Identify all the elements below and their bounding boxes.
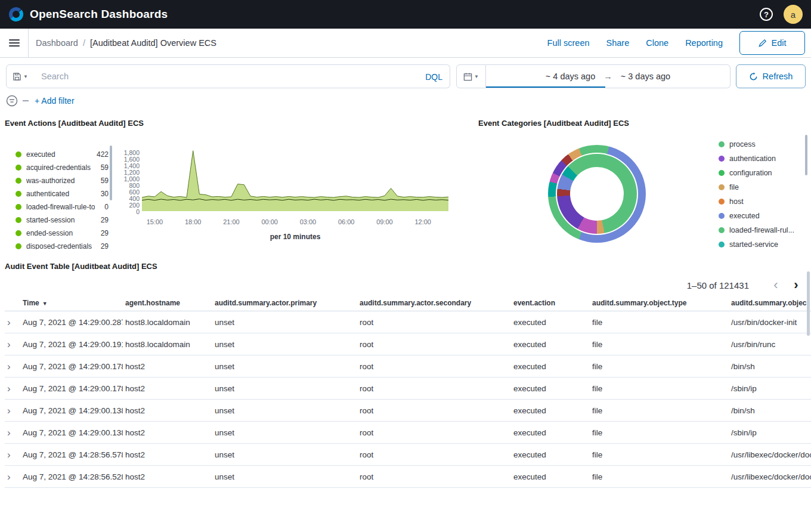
legend-item[interactable]: loaded-firewall-rule-to 0 [16,200,109,214]
expand-row-icon[interactable]: › [7,317,11,327]
event-categories-donut[interactable] [548,145,646,243]
refresh-button[interactable]: Refresh [736,64,806,88]
table-row[interactable]: ›Aug 7, 2021 @ 14:28:56.578host2unsetroo… [5,444,811,466]
filter-icon[interactable] [6,95,18,107]
table-row[interactable]: ›Aug 7, 2021 @ 14:29:00.191host8.localdo… [5,333,811,355]
legend-item[interactable]: started-service [719,237,808,252]
legend-dot-icon [719,227,725,233]
column-header[interactable]: auditd.summary.objec [729,295,811,311]
filter-divider [23,100,29,101]
table-cell: file [590,333,729,355]
table-cell: Aug 7, 2021 @ 14:29:00.178 [20,355,123,378]
legend-scrollbar[interactable] [110,146,112,200]
legend-item[interactable]: host [719,194,808,209]
legend-dot-icon [719,184,725,190]
table-cell: file [590,378,729,400]
legend-item[interactable]: authentication [719,151,808,166]
column-header[interactable]: agent.hostname [123,295,212,311]
legend-item[interactable]: started-session 29 [16,214,109,227]
legend-item[interactable]: process [719,137,808,151]
legend-item[interactable]: file [719,180,808,194]
table-cell: /usr/bin/docker-init [729,311,811,333]
legend-item[interactable]: ended-session 29 [16,227,109,240]
table-cell: unset [212,333,357,355]
table-cell: file [590,422,729,444]
table-cell: host2 [123,355,212,378]
user-avatar[interactable]: a [784,5,803,24]
table-header-row: Time▼agent.hostnameauditd.summary.actor.… [5,295,811,311]
date-picker-menu-button[interactable]: ▼ [456,64,486,88]
dashboard-page: OpenSearch Dashboards ? a Dashboard / [A… [0,0,811,532]
share-link[interactable]: Share [606,38,630,48]
menu-button[interactable] [0,29,29,57]
saved-query-menu-button[interactable]: ▼ [6,64,35,88]
breadcrumb-dashboard[interactable]: Dashboard [36,38,78,48]
expand-row-icon[interactable]: › [7,406,11,416]
page-prev-button[interactable]: ‹ [766,275,786,295]
table-row[interactable]: ›Aug 7, 2021 @ 14:29:00.138host2unsetroo… [5,400,811,422]
legend-value: 29 [101,216,109,224]
table-cell: Aug 7, 2021 @ 14:29:00.287 [20,311,123,333]
table-cell: unset [212,444,357,466]
add-filter-link[interactable]: + Add filter [35,96,75,106]
expand-row-icon[interactable]: › [7,383,11,394]
page-scrollbar[interactable] [807,271,810,336]
expand-row-icon[interactable]: › [7,339,11,349]
table-row[interactable]: ›Aug 7, 2021 @ 14:29:00.178host2unsetroo… [5,378,811,400]
legend-dot-icon [16,191,21,197]
edit-button[interactable]: Edit [739,31,805,55]
clone-link[interactable]: Clone [646,38,668,48]
date-to-button[interactable]: ~ 3 days ago [621,72,670,81]
column-header[interactable]: auditd.summary.actor.secondary [357,295,511,311]
date-from-active-underline [486,86,605,88]
legend-item[interactable]: configuration [719,166,808,180]
legend-label: authenticated [26,190,69,198]
legend-item[interactable]: loaded-firewall-rul... [719,223,808,237]
legend-item[interactable]: disposed-credentials 29 [16,240,109,249]
table-row[interactable]: ›Aug 7, 2021 @ 14:29:00.178host2unsetroo… [5,355,811,378]
column-header[interactable]: auditd.summary.actor.primary [212,295,357,311]
table-row[interactable]: ›Aug 7, 2021 @ 14:28:56.528host2unsetroo… [5,466,811,488]
legend-item[interactable]: was-authorized 59 [16,174,109,187]
legend-scrollbar[interactable] [805,135,807,175]
table-cell: root [357,400,511,422]
table-cell: unset [212,311,357,333]
legend-item[interactable]: authenticated 30 [16,187,109,200]
full-screen-link[interactable]: Full screen [547,38,590,48]
legend-dot-icon [719,170,725,176]
column-header[interactable]: auditd.summary.object.type [590,295,729,311]
search-input[interactable] [34,65,450,88]
table-cell: host2 [123,400,212,422]
reporting-link[interactable]: Reporting [685,38,723,48]
table-cell: /bin/sh [729,400,811,422]
table-cell: root [357,466,511,488]
legend-label: executed [26,150,55,159]
table-cell: file [590,400,729,422]
column-header[interactable]: event.action [511,295,590,311]
legend-label: started-service [729,240,778,249]
legend-item[interactable]: executed 422 [16,148,109,161]
table-pagination: 1–50 of 121431 ‹ › [687,275,806,295]
chevron-down-icon: ▼ [474,74,479,79]
table-row[interactable]: ›Aug 7, 2021 @ 14:29:00.287host8.localdo… [5,311,811,333]
x-axis-title: per 10 minutes [142,233,448,241]
dql-toggle[interactable]: DQL [425,65,442,89]
help-icon[interactable]: ? [760,8,773,21]
legend-item[interactable]: executed [719,209,808,223]
date-from-button[interactable]: ~ 4 days ago [546,72,595,81]
table-cell: executed [511,311,590,333]
legend-label: file [729,183,739,191]
expand-row-icon[interactable]: › [7,361,11,372]
table-cell: file [590,466,729,488]
event-actions-chart: 1,8001,6001,4001,2001,0008006004002000 1… [117,149,452,245]
page-next-button[interactable]: › [786,275,806,295]
table-cell: host2 [123,422,212,444]
expand-row-icon[interactable]: › [7,450,11,460]
column-header[interactable]: Time▼ [20,295,123,311]
expand-row-icon[interactable]: › [7,472,11,482]
table-cell: unset [212,400,357,422]
filter-bar: + Add filter [6,94,75,107]
table-row[interactable]: ›Aug 7, 2021 @ 14:29:00.138host2unsetroo… [5,422,811,444]
legend-item[interactable]: acquired-credentials 59 [16,161,109,174]
expand-row-icon[interactable]: › [7,428,11,438]
